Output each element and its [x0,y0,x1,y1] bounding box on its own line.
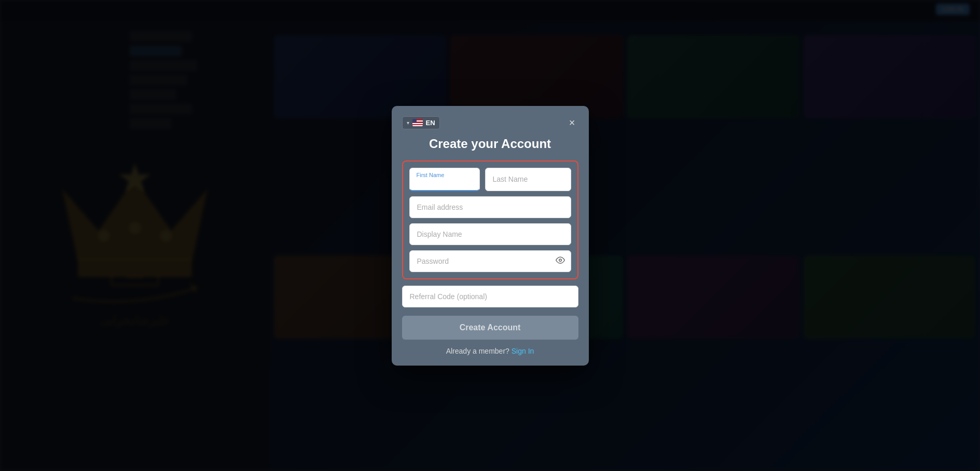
required-fields-group: First Name [402,160,578,279]
signin-text: Already a member? Sign In [402,347,578,355]
referral-code-input[interactable] [402,286,578,307]
modal-backdrop: ▾ EN × Create your Account First Name [0,0,980,471]
language-selector[interactable]: ▾ EN [402,116,440,129]
name-fields-row: First Name [409,168,571,191]
lang-chevron-icon: ▾ [407,120,409,126]
referral-field-wrapper [402,286,578,307]
sign-in-link[interactable]: Sign In [512,347,534,355]
first-name-input[interactable] [409,168,480,191]
flag-us-icon [412,119,423,126]
last-name-input[interactable] [485,168,571,191]
password-field-wrapper [409,250,571,272]
modal-header: ▾ EN × [402,116,578,129]
password-input[interactable] [409,250,571,272]
first-name-field-wrapper: First Name [409,168,480,191]
create-account-modal: ▾ EN × Create your Account First Name [392,106,589,366]
toggle-password-icon[interactable] [556,255,565,267]
language-code: EN [426,119,435,127]
already-member-label: Already a member? [446,347,509,355]
create-account-button[interactable]: Create Account [402,316,578,340]
modal-title: Create your Account [402,137,578,151]
svg-point-10 [559,259,561,261]
email-input[interactable] [409,196,571,218]
display-name-input[interactable] [409,223,571,245]
close-button[interactable]: × [566,116,578,129]
